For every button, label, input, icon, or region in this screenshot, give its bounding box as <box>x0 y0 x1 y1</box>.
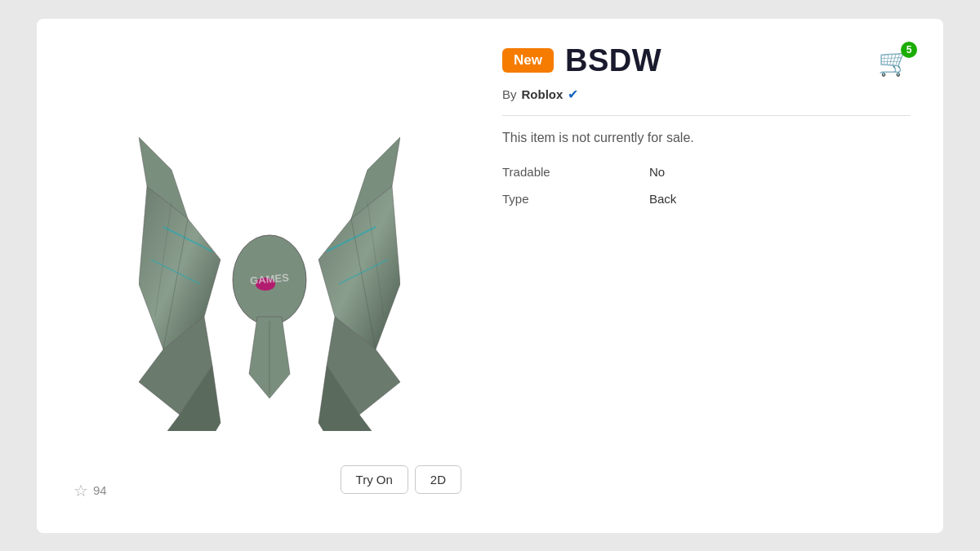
creator-row: By Roblox ✔ <box>502 87 911 102</box>
details-panel: New BSDW 🛒 5 By Roblox ✔ This item is no… <box>470 43 911 509</box>
item-image: GAMES <box>139 121 400 431</box>
divider <box>502 115 911 116</box>
creator-prefix: By <box>502 87 517 101</box>
page-wrapper: GAMES Try On 2D ☆ <box>0 0 980 551</box>
bottom-buttons: Try On 2D <box>341 465 461 494</box>
cart-badge: 5 <box>901 42 917 58</box>
tradable-label: Tradable <box>502 165 649 179</box>
tradable-value: No <box>649 165 665 179</box>
try-on-button[interactable]: Try On <box>341 465 408 494</box>
sale-notice: This item is not currently for sale. <box>502 131 911 145</box>
type-row: Type Back <box>502 192 911 206</box>
item-card: GAMES Try On 2D ☆ <box>37 19 943 533</box>
header-row: New BSDW 🛒 5 <box>502 43 911 78</box>
view-2d-button[interactable]: 2D <box>415 465 461 494</box>
tradable-row: Tradable No <box>502 165 911 179</box>
favorite-count: 94 <box>93 483 107 497</box>
item-image-container: GAMES <box>69 56 470 496</box>
title-area: New BSDW <box>502 43 662 78</box>
star-icon: ☆ <box>74 481 88 500</box>
new-badge: New <box>502 48 554 73</box>
creator-name[interactable]: Roblox <box>522 87 564 101</box>
type-value: Back <box>649 192 676 206</box>
info-table: Tradable No Type Back <box>502 165 911 206</box>
cart-area[interactable]: 🛒 5 <box>878 47 911 78</box>
type-label: Type <box>502 192 649 206</box>
item-title: BSDW <box>565 43 662 78</box>
favorite-area[interactable]: ☆ 94 <box>74 481 107 500</box>
image-panel: GAMES Try On 2D ☆ <box>69 43 470 509</box>
verified-icon: ✔ <box>568 87 578 102</box>
